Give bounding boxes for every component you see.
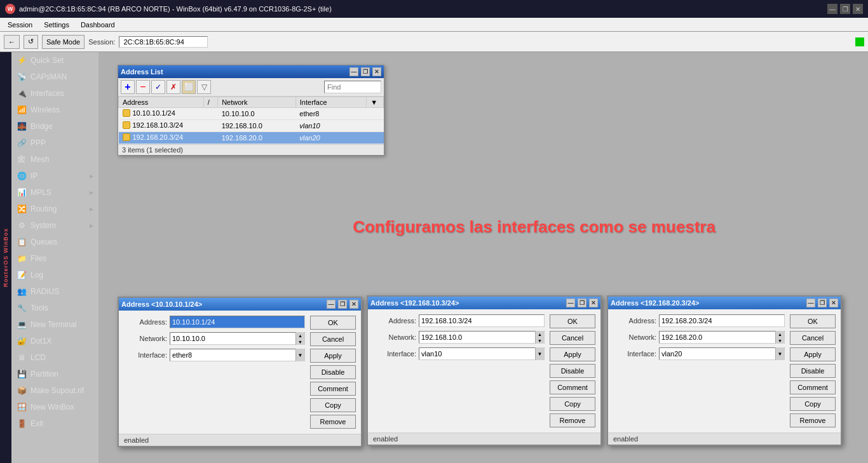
- sidebar-item-mesh[interactable]: 🕸 Mesh: [11, 151, 98, 168]
- dialog1-close[interactable]: ✕: [349, 300, 358, 309]
- dialog2-network-input-wrap[interactable]: ▲ ▼: [419, 331, 545, 344]
- dialog3-address-input[interactable]: [660, 315, 784, 326]
- sidebar-item-mpls[interactable]: 📊 MPLS: [11, 184, 98, 201]
- col-network[interactable]: Network: [218, 97, 296, 108]
- dialog1-copy-button[interactable]: Copy: [310, 398, 356, 412]
- add-address-button[interactable]: +: [121, 80, 135, 94]
- dialog3-interface-input[interactable]: [660, 348, 775, 359]
- dialog2-copy-button[interactable]: Copy: [550, 397, 595, 411]
- dialog3-network-arrows[interactable]: ▲ ▼: [775, 331, 784, 344]
- sidebar-item-radius[interactable]: 👥 RADIUS: [11, 283, 98, 300]
- dialog3-close[interactable]: ✕: [829, 299, 838, 307]
- dialog1-network-down[interactable]: ▼: [295, 339, 304, 345]
- sidebar-item-exit[interactable]: 🚪 Exit: [11, 415, 98, 432]
- sidebar-item-tools[interactable]: 🔧 Tools: [11, 300, 98, 316]
- enable-button[interactable]: ✓: [151, 80, 165, 94]
- dialog1-apply-button[interactable]: Apply: [310, 349, 356, 363]
- dialog1-titlebar[interactable]: Address <10.10.10.1/24> — ❐ ✕: [119, 298, 361, 311]
- dialog3-network-down[interactable]: ▼: [775, 337, 784, 344]
- dialog2-titlebar[interactable]: Address <192.168.10.3/24> — ❐ ✕: [368, 297, 600, 309]
- dialog1-network-arrows[interactable]: ▲ ▼: [295, 332, 304, 345]
- sidebar-item-queues[interactable]: 📋 Queues: [11, 234, 98, 250]
- copy-button[interactable]: ⬜: [182, 80, 196, 94]
- sidebar-item-lcd[interactable]: 🖥 LCD: [11, 349, 98, 366]
- dialog1-address-input-wrap[interactable]: [170, 316, 305, 328]
- dialog2-close[interactable]: ✕: [589, 299, 598, 307]
- dialog2-network-up[interactable]: ▲: [535, 331, 544, 337]
- dialog2-interface-dropdown[interactable]: ▼: [535, 347, 544, 360]
- sidebar-item-interfaces[interactable]: 🔌 Interfaces: [11, 85, 98, 102]
- dialog1-interface-input[interactable]: [170, 349, 295, 361]
- dialog2-interface-input[interactable]: [419, 348, 535, 359]
- disable-button[interactable]: ✗: [166, 80, 180, 94]
- dialog3-ok-button[interactable]: OK: [790, 314, 836, 328]
- dialog3-cancel-button[interactable]: Cancel: [790, 331, 836, 345]
- sidebar-item-wireless[interactable]: 📶 Wireless: [11, 102, 98, 118]
- refresh-button[interactable]: ↺: [24, 35, 38, 49]
- dialog1-cancel-button[interactable]: Cancel: [310, 332, 356, 346]
- close-button[interactable]: ✕: [853, 4, 863, 14]
- dialog2-remove-button[interactable]: Remove: [550, 413, 595, 427]
- dialog1-maximize[interactable]: ❐: [338, 300, 347, 309]
- address-list-close[interactable]: ✕: [372, 67, 381, 76]
- sidebar-item-files[interactable]: 📁 Files: [11, 250, 98, 267]
- sidebar-item-log[interactable]: 📝 Log: [11, 267, 98, 283]
- sidebar-item-routing[interactable]: 🔀 Routing: [11, 201, 98, 217]
- dialog2-network-down[interactable]: ▼: [535, 337, 544, 344]
- dialog3-minimize[interactable]: —: [806, 299, 815, 307]
- sidebar-item-ppp[interactable]: 🔗 PPP: [11, 135, 98, 151]
- sidebar-item-capsman[interactable]: 📡 CAPsMAN: [11, 69, 98, 85]
- dialog1-interface-input-wrap[interactable]: ▼: [170, 349, 305, 361]
- dialog3-disable-button[interactable]: Disable: [790, 364, 836, 378]
- col-address[interactable]: Address: [119, 97, 204, 108]
- back-button[interactable]: ←: [4, 35, 20, 49]
- sidebar-item-make-supout[interactable]: 📦 Make Supout.rif: [11, 382, 98, 399]
- find-input[interactable]: [324, 81, 381, 93]
- sidebar-item-dot1x[interactable]: 🔐 Dot1X: [11, 333, 98, 349]
- menu-session[interactable]: Session: [3, 20, 37, 30]
- dialog1-address-input[interactable]: [170, 316, 304, 328]
- menu-settings[interactable]: Settings: [39, 20, 74, 30]
- menu-dashboard[interactable]: Dashboard: [76, 20, 120, 30]
- address-list-minimize[interactable]: —: [349, 67, 358, 76]
- sidebar-item-quick-set[interactable]: ⚡ Quick Set: [11, 52, 98, 69]
- dialog2-disable-button[interactable]: Disable: [550, 364, 595, 378]
- table-row[interactable]: 192.168.10.3/24 192.168.10.0 vlan10: [119, 120, 384, 132]
- dialog2-ok-button[interactable]: OK: [550, 314, 595, 328]
- dialog2-minimize[interactable]: —: [566, 299, 575, 307]
- table-row[interactable]: 10.10.10.1/24 10.10.10.0 ether8: [119, 108, 384, 120]
- dialog1-ok-button[interactable]: OK: [310, 316, 356, 330]
- dialog3-interface-input-wrap[interactable]: ▼: [659, 347, 785, 360]
- address-list-titlebar[interactable]: Address List — ❐ ✕: [118, 65, 384, 78]
- dialog1-network-up[interactable]: ▲: [295, 332, 304, 339]
- dialog3-copy-button[interactable]: Copy: [790, 397, 836, 411]
- dialog3-network-input-wrap[interactable]: ▲ ▼: [659, 331, 785, 344]
- dialog2-address-input[interactable]: [419, 315, 544, 326]
- dialog3-address-input-wrap[interactable]: [659, 314, 785, 327]
- sidebar-item-system[interactable]: ⚙ System: [11, 217, 98, 234]
- col-interface[interactable]: Interface: [295, 97, 367, 108]
- sidebar-item-new-winbox[interactable]: 🪟 New WinBox: [11, 399, 98, 415]
- dialog3-interface-dropdown[interactable]: ▼: [775, 347, 784, 360]
- sidebar-item-partition[interactable]: 💾 Partition: [11, 366, 98, 382]
- sidebar-item-ip[interactable]: 🌐 IP: [11, 168, 98, 184]
- safe-mode-button[interactable]: Safe Mode: [42, 35, 85, 49]
- dialog3-maximize[interactable]: ❐: [818, 299, 827, 307]
- dialog1-interface-dropdown[interactable]: ▼: [295, 349, 304, 361]
- dialog2-comment-button[interactable]: Comment: [550, 380, 595, 394]
- dialog3-network-up[interactable]: ▲: [775, 331, 784, 337]
- dialog1-network-input[interactable]: [170, 333, 295, 344]
- dialog2-interface-input-wrap[interactable]: ▼: [419, 347, 545, 360]
- dialog1-disable-button[interactable]: Disable: [310, 365, 356, 379]
- dialog3-titlebar[interactable]: Address <192.168.20.3/24> — ❐ ✕: [608, 297, 841, 309]
- address-list-maximize[interactable]: ❐: [361, 67, 370, 76]
- dialog2-network-input[interactable]: [419, 332, 535, 343]
- dialog1-network-input-wrap[interactable]: ▲ ▼: [170, 332, 305, 345]
- col-extra[interactable]: ▼: [367, 97, 384, 108]
- dialog2-address-input-wrap[interactable]: [419, 314, 545, 327]
- col-sort[interactable]: /: [203, 97, 217, 108]
- dialog1-minimize[interactable]: —: [327, 300, 336, 309]
- dialog2-cancel-button[interactable]: Cancel: [550, 331, 595, 345]
- sidebar-item-bridge[interactable]: 🌉 Bridge: [11, 118, 98, 135]
- dialog3-comment-button[interactable]: Comment: [790, 380, 836, 394]
